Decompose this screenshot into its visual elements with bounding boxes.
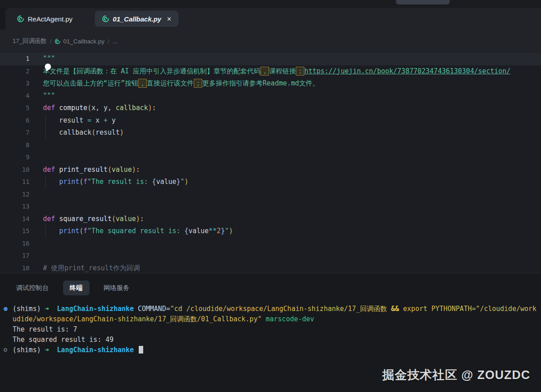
code-line: 3您可以点击最上方的“运行”按钮，直接运行该文件；更多操作指引请参考Readme… — [0, 77, 541, 90]
line-number: 18 — [0, 262, 30, 273]
breadcrumb-label: ... — [112, 38, 117, 45]
code-token: ： — [296, 67, 304, 76]
code-token: { — [184, 227, 188, 235]
terminal-token: "cd /cloudide/workspace/LangChain-shizha… — [170, 305, 391, 313]
terminal-token: (shims) — [13, 346, 45, 354]
indent-guide — [45, 176, 46, 188]
code-token — [55, 104, 59, 112]
code-token: def — [43, 166, 55, 174]
code-token: f — [83, 227, 87, 235]
code-line: 7 callback(result) — [0, 127, 541, 139]
code-line: 12 — [0, 188, 541, 201]
line-number: 8 — [0, 139, 30, 152]
code-token: print_result — [59, 166, 107, 174]
code-token: 直接运行该文件 — [147, 79, 194, 87]
code-token: compute — [59, 104, 87, 112]
breadcrumb-label: 01_Callback.py — [63, 38, 104, 45]
code-token: "The result is: — [87, 178, 152, 186]
code-token: y — [108, 116, 116, 124]
code-token: ) — [229, 227, 233, 235]
partial-toolbar-button[interactable] — [396, 0, 450, 4]
breadcrumb: 17_回调函数/01_Callback.py/... — [0, 30, 541, 53]
indent-guide — [45, 127, 46, 139]
code-token: "The squared result is: — [87, 227, 184, 235]
code-token: value — [156, 178, 176, 186]
editor-tab[interactable]: ReActAgent.py — [10, 11, 80, 27]
code-token: : — [152, 104, 156, 112]
code-line: 16 — [0, 238, 541, 250]
breadcrumb-item[interactable]: 01_Callback.py — [55, 38, 104, 45]
code-token: value — [116, 215, 136, 223]
code-token: ) — [184, 178, 188, 186]
breadcrumb-item[interactable]: 17_回调函数 — [13, 37, 47, 45]
code-token: print — [59, 227, 79, 235]
code-token: result — [95, 128, 119, 136]
line-number: 2 — [0, 65, 30, 78]
terminal-token: export PYTHONPATH="/cloudide/work — [399, 305, 537, 313]
editor-tab[interactable]: 01_Callback.py✕ — [95, 11, 179, 27]
line-number: 1 — [0, 53, 30, 65]
code-area[interactable]: 1"""2本文件是【回调函数：在 AI 应用中引入异步通信机制】章节的配套代码，… — [0, 53, 541, 273]
code-token: value — [188, 227, 209, 235]
terminal-line: The result is: 7 — [0, 324, 541, 335]
code-token: ) — [136, 215, 140, 223]
code-token: ** — [209, 227, 217, 235]
terminal-token: ➜ — [45, 346, 57, 354]
line-number: 4 — [0, 90, 30, 102]
code-line: 11 print(f"The result is: {value}") — [0, 176, 541, 188]
editor-tabstrip: ReActAgent.py01_Callback.py✕ — [5, 8, 541, 30]
editor-tab-label: 01_Callback.py — [113, 15, 161, 23]
line-number: 16 — [0, 238, 30, 250]
breadcrumb-item[interactable]: ... — [112, 38, 117, 45]
terminal-token: udide/workspace/LangChain-shizhanke/17_回… — [13, 315, 266, 323]
line-number: 10 — [0, 164, 30, 176]
panel-tabbar: 调试控制台终端网络服务 — [13, 281, 132, 295]
code-line: 2本文件是【回调函数：在 AI 应用中引入异步通信机制】章节的配套代码，课程链接… — [0, 65, 541, 78]
python-file-icon — [17, 15, 24, 22]
editor-tab-label: ReActAgent.py — [28, 15, 72, 23]
line-number: 17 — [0, 250, 30, 262]
code-line: 18# 使用print_result作为回调 — [0, 262, 541, 273]
terminal-token: The result is: 7 — [13, 325, 77, 333]
url-link[interactable]: https://juejin.cn/book/73877023474361303… — [304, 67, 511, 75]
terminal-output[interactable]: (shims) ➜ LangChain-shizhanke COMMAND="c… — [0, 304, 541, 355]
code-token: 本文件是【回调函数：在 AI 应用中引入异步通信机制】章节的配套代码 — [43, 67, 260, 75]
code-token: ； — [194, 79, 202, 88]
line-number: 3 — [0, 77, 30, 90]
code-line: 17 — [0, 250, 541, 262]
panel-tab[interactable]: 网络服务 — [101, 281, 132, 295]
code-token: value — [112, 166, 132, 174]
code-token: ， — [260, 67, 269, 76]
code-token: x — [91, 116, 103, 124]
mouse-cursor-dot — [45, 64, 51, 70]
terminal-cursor — [139, 346, 143, 354]
code-token: : — [136, 166, 140, 174]
code-token: """ — [43, 92, 55, 100]
terminal-token: (shims) — [13, 305, 45, 313]
watermark: 掘金技术社区 @ ZOUZDC — [382, 367, 530, 383]
code-token: """ — [43, 55, 55, 63]
terminal-token: The squared result is: 49 — [13, 336, 114, 344]
terminal-token: && — [391, 305, 399, 313]
code-token: ( — [79, 227, 83, 235]
line-number: 6 — [0, 115, 30, 127]
code-token: 课程链接 — [269, 67, 296, 75]
panel-tab[interactable]: 调试控制台 — [13, 281, 51, 295]
terminal-token: ➜ — [45, 305, 57, 313]
code-token: ) — [120, 128, 124, 136]
code-token: ) — [148, 104, 152, 112]
code-line: 15 print(f"The squared result is: {value… — [0, 225, 541, 238]
code-line: 6 result = x + y — [0, 115, 541, 127]
code-token: : — [140, 215, 144, 223]
code-token: print — [59, 178, 79, 186]
code-token: 您可以点击最上方的“运行”按钮 — [43, 79, 138, 87]
code-token: ( — [79, 178, 83, 186]
panel-tab[interactable]: 终端 — [63, 281, 89, 295]
code-line: 4""" — [0, 90, 541, 102]
line-number: 5 — [0, 102, 30, 115]
breadcrumb-separator: / — [108, 38, 110, 45]
hollow-bullet-icon — [4, 348, 7, 352]
close-icon[interactable]: ✕ — [166, 16, 171, 22]
line-number: 12 — [0, 188, 30, 201]
code-token — [55, 166, 59, 174]
